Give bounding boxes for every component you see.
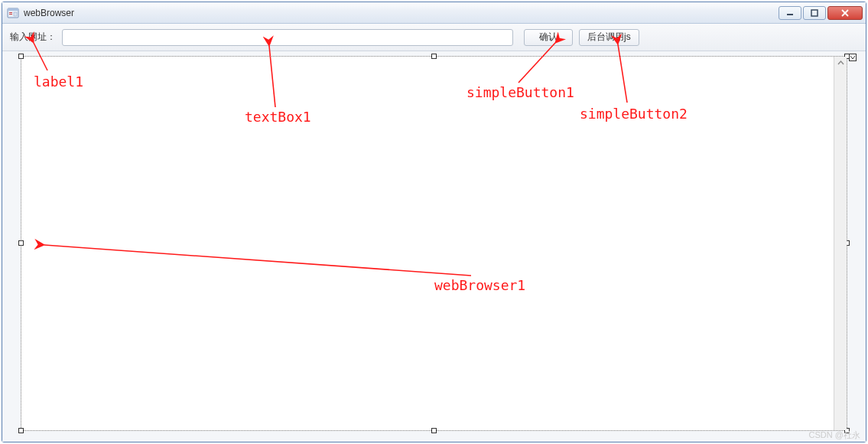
resize-handle-icon[interactable] [18, 428, 24, 433]
scrollbar[interactable] [834, 57, 847, 430]
svg-rect-4 [14, 12, 17, 16]
call-js-button[interactable]: 后台调用js [579, 29, 639, 46]
resize-handle-icon[interactable] [18, 54, 24, 59]
scroll-up-icon[interactable] [834, 57, 847, 70]
resize-handle-icon[interactable] [431, 54, 437, 59]
smart-tag-icon[interactable] [849, 54, 857, 61]
svg-rect-1 [8, 8, 18, 11]
window-title: webBrowser [24, 8, 779, 18]
svg-rect-5 [787, 14, 793, 15]
titlebar[interactable]: webBrowser [2, 2, 866, 24]
svg-rect-2 [9, 12, 12, 13]
webbrowser-control[interactable] [21, 56, 847, 431]
resize-handle-icon[interactable] [18, 240, 24, 246]
window-frame: webBrowser 输入网址： 确认 后台调用js [2, 2, 866, 442]
client-area [2, 51, 866, 442]
resize-handle-icon[interactable] [431, 428, 437, 433]
url-label: 输入网址： [10, 31, 56, 44]
maximize-button[interactable] [803, 6, 826, 20]
app-icon [7, 7, 19, 19]
toolbar: 输入网址： 确认 后台调用js [2, 24, 866, 51]
minimize-button[interactable] [779, 6, 801, 20]
close-button[interactable] [827, 6, 863, 20]
confirm-button[interactable]: 确认 [524, 29, 573, 46]
url-input[interactable] [62, 29, 513, 46]
svg-rect-3 [9, 14, 12, 15]
window-controls [779, 6, 863, 20]
svg-rect-6 [811, 10, 818, 16]
